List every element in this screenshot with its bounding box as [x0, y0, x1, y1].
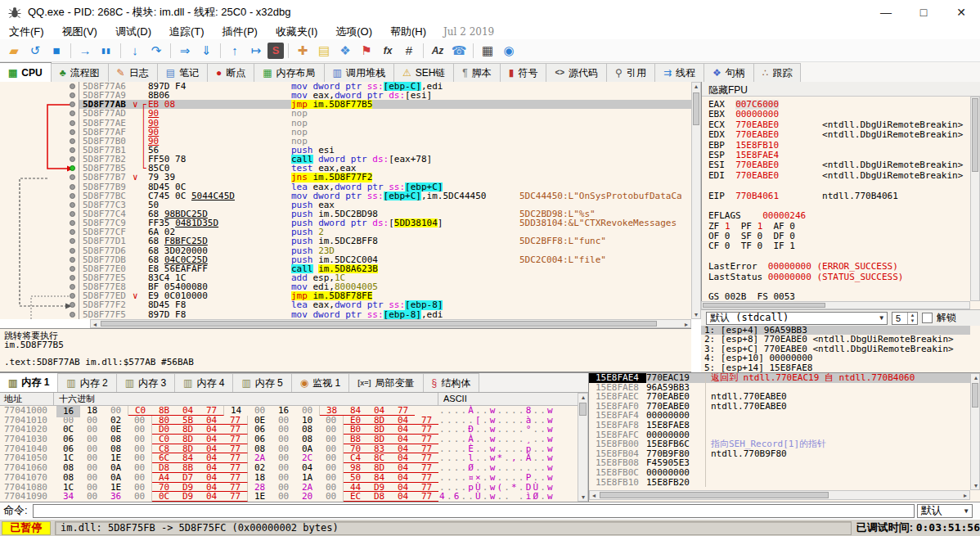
tab-script[interactable]: ¶脚本	[453, 63, 500, 82]
calling-convention-select[interactable]: 默认 (stdcall) ▼	[706, 312, 888, 325]
memory-byte[interactable]: 04	[200, 473, 223, 483]
stop-button[interactable]: ■	[47, 42, 66, 60]
disasm-row[interactable]: 5D8F77B1│56push esi	[0, 146, 691, 155]
register-line[interactable]: ZF 1 PF 1 AF 0	[708, 222, 980, 232]
globe-button[interactable]: ◉	[499, 42, 519, 60]
memory-byte[interactable]: 04	[200, 492, 223, 502]
stack-row[interactable]: 15E8FB1015E8FB20	[589, 478, 980, 488]
call-phone-button[interactable]: ☎	[449, 42, 469, 60]
breakpoint-dot[interactable]	[70, 220, 75, 226]
memory-byte[interactable]: 00	[295, 406, 320, 416]
memory-byte[interactable]: 18	[80, 406, 104, 416]
memory-byte[interactable]: 04	[176, 406, 200, 416]
tab-dump-2[interactable]: ▥内存 2	[57, 373, 116, 392]
tab-references[interactable]: ⚲引用	[606, 63, 655, 82]
memory-byte[interactable]: A4	[152, 473, 176, 483]
tab-watch-1[interactable]: ◉监视 1	[291, 373, 350, 392]
memory-byte[interactable]: 0C	[152, 492, 176, 502]
stack-vertical-scrollbar[interactable]: ▴ ▾	[970, 373, 980, 490]
memory-byte[interactable]: 20	[295, 492, 319, 502]
breakpoint-dot[interactable]	[70, 165, 75, 171]
disasm-row[interactable]: 5D8F77CF6A 02push 2	[0, 227, 691, 236]
tab-cpu[interactable]: ▦CPU	[0, 62, 52, 82]
register-line[interactable]: EBX 00000000	[708, 110, 980, 119]
tab-breakpoints[interactable]: ●断点	[207, 63, 254, 82]
registers-vertical-scrollbar[interactable]	[970, 97, 980, 301]
menu-item-file[interactable]: 文件(F)	[0, 25, 53, 39]
disasm-row[interactable]: 5D8F77E0E8 56EAFAFFcall im.5D8A623B	[0, 264, 691, 273]
breakpoint-dot[interactable]	[70, 110, 75, 116]
disasm-row[interactable]: 5D8F77D668 3D020000push 23D	[0, 246, 691, 255]
breakpoint-dot[interactable]	[70, 302, 75, 308]
memory-byte[interactable]: 08	[56, 473, 80, 483]
hash-button[interactable]: #	[399, 42, 419, 60]
register-line[interactable]	[708, 252, 980, 262]
breakpoint-dot[interactable]	[70, 266, 75, 272]
disasm-vertical-scrollbar[interactable]: ▴ ▾	[691, 82, 701, 319]
run-to-user-code-button[interactable]: ⇓	[196, 42, 216, 60]
memory-byte[interactable]: 8D	[176, 435, 200, 444]
breakpoint-dot[interactable]	[70, 312, 75, 318]
argument-row[interactable]: 5: [esp+14] 15E8FAE8	[701, 363, 970, 372]
breakpoint-dot[interactable]	[70, 147, 75, 153]
tab-call-stack[interactable]: ▥调用堆栈	[324, 63, 394, 82]
register-line[interactable]: EAX 007C6000	[708, 100, 980, 110]
disasm-horizontal-scrollbar[interactable]: ◂ ▸	[90, 319, 691, 328]
memory-byte[interactable]: 77	[415, 473, 438, 483]
tab-graph[interactable]: ♣流程图	[51, 63, 109, 82]
stack-row[interactable]: 15E8FB0015E8FB6C指向SEH_Record[1]的指针	[589, 439, 980, 449]
memory-byte[interactable]: C0	[152, 435, 176, 444]
disasm-row[interactable]: 5D8F77D168 F8BFC25Dpush im.5DC2BFF85DC2B…	[0, 236, 691, 245]
breakpoint-dot[interactable]	[70, 211, 75, 217]
memory-byte[interactable]: 00	[272, 473, 295, 483]
breakpoint-dot[interactable]	[70, 193, 75, 199]
unlock-checkbox[interactable]	[922, 313, 933, 323]
memory-byte[interactable]: 00	[128, 435, 152, 444]
disasm-row[interactable]: 5D8F77C9FF35 0481D35Dpush dword ptr ds:[…	[0, 218, 691, 227]
memory-byte[interactable]: EC	[344, 492, 367, 502]
breakpoint-dot[interactable]	[70, 92, 75, 98]
register-line[interactable]: EBP 15E8FB10	[708, 141, 980, 151]
minimize-button[interactable]: —	[867, 0, 905, 25]
register-line[interactable]: EDI 770EABE0 <ntdll.DbgUiRemoteBreakin>	[708, 171, 980, 181]
memory-byte[interactable]: 38	[320, 406, 344, 416]
stepper-up-icon[interactable]: ▲	[908, 313, 917, 318]
tab-locals[interactable]: [x=]局部变量	[348, 373, 423, 392]
memory-byte[interactable]: 16	[56, 406, 80, 417]
memory-byte[interactable]: 18	[248, 473, 272, 483]
memory-byte[interactable]: 00	[272, 492, 295, 502]
memory-byte[interactable]: 04	[367, 406, 391, 416]
breakpoint-dot[interactable]	[70, 248, 75, 254]
breakpoint-dot[interactable]	[70, 284, 75, 290]
registers-horizontal-scrollbar[interactable]	[701, 301, 970, 309]
menu-item-options[interactable]: 选项(O)	[326, 25, 381, 39]
breakpoint-dot[interactable]	[70, 156, 75, 162]
step-into-button[interactable]: ↓	[125, 42, 145, 60]
disasm-row[interactable]: 5D8F77A6897D F4mov dword ptr ss:[ebp-C],…	[0, 82, 691, 91]
maximize-button[interactable]: □	[905, 0, 942, 25]
breakpoint-dot[interactable]	[70, 120, 75, 126]
tab-dump-3[interactable]: ▥内存 3	[116, 373, 175, 392]
memory-byte[interactable]: C0	[128, 406, 152, 416]
breakpoint-dot[interactable]	[70, 293, 75, 299]
breakpoint-dot[interactable]	[70, 138, 75, 144]
register-line[interactable]	[708, 282, 980, 292]
breakpoint-dot[interactable]	[70, 257, 75, 263]
memory-byte[interactable]: 00	[319, 435, 344, 444]
memory-byte[interactable]: 00	[80, 492, 104, 502]
disasm-row[interactable]: 5D8F77AD│90nop	[0, 109, 691, 118]
open-file-button[interactable]: ▰	[4, 42, 24, 60]
register-line[interactable]: CF 0 TF 0 IF 1	[708, 241, 980, 251]
memory-byte[interactable]: 00	[80, 435, 104, 444]
tab-symbols[interactable]: ▮符号	[500, 63, 547, 82]
memory-byte[interactable]: 00	[319, 473, 344, 483]
labels-button[interactable]: ❖	[335, 42, 355, 60]
disasm-row[interactable]: 5D8F77B0│90nop	[0, 137, 691, 146]
memory-byte[interactable]: 77	[415, 492, 438, 502]
memory-byte[interactable]: 08	[295, 435, 319, 444]
disasm-row[interactable]: 5D8F77BCC745 0C 5044C45Dmov dword ptr ss…	[0, 191, 691, 200]
memory-byte[interactable]: 00	[128, 473, 152, 483]
memory-byte[interactable]: 16	[272, 406, 295, 416]
memory-byte[interactable]: 8B	[152, 406, 176, 416]
memory-byte[interactable]: 06	[56, 435, 80, 444]
